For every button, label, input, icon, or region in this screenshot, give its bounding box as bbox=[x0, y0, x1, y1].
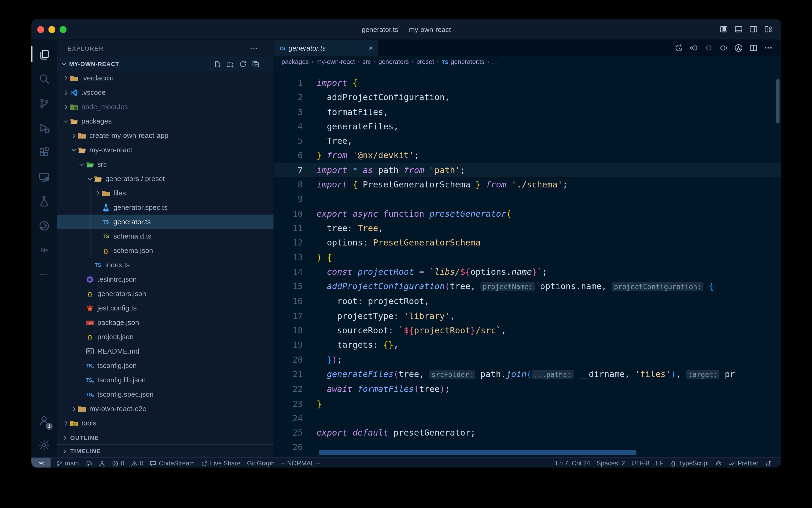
tree-item[interactable]: .eslintrc.json bbox=[57, 272, 274, 287]
collapse-all-icon[interactable] bbox=[252, 60, 260, 68]
activity-item-source-control[interactable] bbox=[32, 91, 57, 116]
activity-item-nx-console[interactable]: N≥ bbox=[32, 238, 57, 262]
status-item-git-graph-view[interactable] bbox=[95, 458, 108, 468]
tree-item[interactable]: .verdaccio bbox=[57, 71, 274, 85]
code-line[interactable]: 15 addProjectConfiguration(tree, project… bbox=[274, 279, 781, 294]
status-item-vim-mode[interactable]: -- NORMAL -- bbox=[278, 458, 323, 468]
new-folder-icon[interactable] bbox=[226, 60, 234, 68]
title-bar[interactable]: generator.ts — my-own-react bbox=[32, 19, 781, 40]
chevron-down-icon[interactable] bbox=[86, 175, 94, 182]
workspace-section-header[interactable]: MY-OWN-REACT bbox=[57, 57, 274, 71]
code-line[interactable]: 22 await formatFiles(tree); bbox=[274, 382, 781, 396]
breadcrumb-item[interactable]: packages bbox=[282, 58, 309, 66]
breadcrumb-item[interactable]: preset bbox=[416, 58, 434, 66]
code-line[interactable]: 23} bbox=[274, 396, 781, 411]
minimize-window-button[interactable] bbox=[48, 26, 55, 33]
chevron-right-icon[interactable] bbox=[62, 74, 70, 82]
activity-item-remote-explorer[interactable] bbox=[32, 165, 57, 189]
tree-item[interactable]: M↓README.md bbox=[57, 344, 274, 358]
zoom-window-button[interactable] bbox=[60, 26, 66, 33]
chevron-right-icon[interactable] bbox=[62, 89, 70, 96]
tree-item[interactable]: TSindex.ts bbox=[57, 258, 274, 272]
tree-item[interactable]: generators / preset bbox=[57, 171, 274, 186]
views-more-actions-icon[interactable]: ··· bbox=[250, 44, 258, 52]
layout-panel-icon[interactable] bbox=[734, 25, 743, 34]
chevron-down-icon[interactable] bbox=[70, 146, 78, 154]
tree-item[interactable]: tools bbox=[57, 416, 274, 430]
tree-item[interactable]: TSschema.d.ts bbox=[57, 229, 274, 243]
nav-forward-icon[interactable] bbox=[719, 44, 728, 52]
tree-item[interactable]: TStsconfig.lib.json bbox=[57, 373, 274, 387]
sidebar-panel-outline[interactable]: OUTLINE bbox=[57, 431, 274, 444]
status-item-codestream[interactable]: CodeStream bbox=[147, 458, 198, 468]
tree-item[interactable]: node_modules bbox=[57, 99, 274, 114]
breadcrumb-item[interactable]: generators bbox=[378, 58, 409, 66]
code-line[interactable]: 13) { bbox=[274, 250, 781, 265]
status-item-language[interactable]: {}TypeScript bbox=[666, 458, 712, 468]
tree-item[interactable]: TSgenerator.ts bbox=[57, 215, 274, 229]
activity-item-explorer[interactable] bbox=[32, 42, 57, 67]
tree-item[interactable]: npmpackage.json bbox=[57, 315, 274, 330]
status-item-copilot[interactable] bbox=[712, 458, 725, 468]
tree-item[interactable]: TStsconfig.spec.json bbox=[57, 387, 274, 401]
activity-item-live-share[interactable] bbox=[32, 214, 57, 238]
status-item-notifications[interactable] bbox=[761, 458, 775, 468]
breadcrumb-item[interactable]: TSgenerator.ts bbox=[442, 58, 484, 66]
tree-item[interactable]: .vscode bbox=[57, 85, 274, 99]
git-graph-icon[interactable] bbox=[734, 44, 743, 52]
tree-item[interactable]: {}generators.json bbox=[57, 287, 274, 301]
chevron-right-icon[interactable] bbox=[70, 132, 78, 139]
tab-generator-ts[interactable]: TS generator.ts × bbox=[274, 40, 378, 56]
activity-item-run-debug[interactable] bbox=[32, 116, 57, 140]
code-line[interactable]: 17 projectType: 'library', bbox=[274, 309, 781, 324]
breadcrumb-item[interactable]: … bbox=[492, 58, 498, 66]
code-line[interactable]: 3 formatFiles, bbox=[274, 104, 781, 119]
code-line[interactable]: 18 sourceRoot: `${projectRoot}/src`, bbox=[274, 323, 781, 338]
tree-item[interactable]: create-my-own-react-app bbox=[57, 128, 274, 143]
chevron-right-icon[interactable] bbox=[62, 103, 70, 111]
status-item-live-share[interactable]: Live Share bbox=[198, 458, 244, 468]
code-line[interactable]: 8import { PresetGeneratorSchema } from '… bbox=[274, 177, 781, 192]
chevron-down-icon[interactable] bbox=[62, 117, 70, 125]
code-line[interactable]: 20 }); bbox=[274, 352, 781, 367]
activity-item-more[interactable]: ··· bbox=[32, 262, 57, 287]
tree-item[interactable]: jest.config.ts bbox=[57, 301, 274, 315]
code-line[interactable]: 9 bbox=[274, 192, 781, 207]
activity-item-testing[interactable] bbox=[32, 189, 57, 214]
code-line[interactable]: 10export async function presetGenerator( bbox=[274, 206, 781, 221]
activity-item-search[interactable] bbox=[32, 67, 57, 91]
vertical-scrollbar[interactable] bbox=[776, 79, 779, 124]
code-line[interactable]: 14 const projectRoot = `libs/${options.n… bbox=[274, 265, 781, 279]
status-item-git-graph[interactable]: Git Graph bbox=[244, 458, 278, 468]
breadcrumb-item[interactable]: src bbox=[363, 58, 371, 66]
status-item-formatter[interactable]: Prettier bbox=[725, 458, 761, 468]
code-line[interactable]: 12 options: PresetGeneratorSchema bbox=[274, 236, 781, 250]
status-item-remote[interactable]: >< bbox=[32, 458, 51, 468]
nav-back-icon[interactable] bbox=[689, 44, 698, 52]
chevron-down-icon[interactable] bbox=[78, 161, 86, 168]
tree-item[interactable]: TStsconfig.json bbox=[57, 358, 274, 373]
tree-item[interactable]: generator.spec.ts bbox=[57, 200, 274, 215]
sidebar-panel-timeline[interactable]: TIMELINE bbox=[57, 444, 274, 457]
tree-item[interactable]: my-own-react bbox=[57, 143, 274, 157]
chevron-right-icon[interactable] bbox=[62, 419, 70, 427]
code-line[interactable]: 21 generateFiles(tree, srcFolder: path.j… bbox=[274, 367, 781, 382]
split-editor-icon[interactable] bbox=[749, 44, 758, 52]
code-line[interactable]: 4 generateFiles, bbox=[274, 119, 781, 134]
breadcrumb-item[interactable]: my-own-react bbox=[316, 58, 355, 66]
nav-current-icon[interactable] bbox=[705, 44, 713, 52]
horizontal-scrollbar[interactable] bbox=[319, 450, 636, 455]
layout-sidebar-icon[interactable] bbox=[719, 25, 728, 34]
status-item-cursor-position[interactable]: Ln 7, Col 24 bbox=[553, 458, 593, 468]
chevron-right-icon[interactable] bbox=[70, 405, 78, 413]
code-line[interactable]: 16 root: projectRoot, bbox=[274, 294, 781, 309]
code-line[interactable]: 7import * as path from 'path'; bbox=[274, 163, 781, 178]
activity-item-extensions[interactable] bbox=[32, 140, 57, 165]
refresh-icon[interactable] bbox=[239, 60, 247, 68]
timeline-history-icon[interactable] bbox=[675, 44, 683, 52]
code-line[interactable]: 5 Tree, bbox=[274, 134, 781, 148]
layout-sidebar-right-icon[interactable] bbox=[749, 25, 758, 34]
tree-item[interactable]: packages bbox=[57, 114, 274, 128]
code-line[interactable]: 19 targets: {}, bbox=[274, 338, 781, 352]
code-line[interactable]: 6} from '@nx/devkit'; bbox=[274, 148, 781, 163]
